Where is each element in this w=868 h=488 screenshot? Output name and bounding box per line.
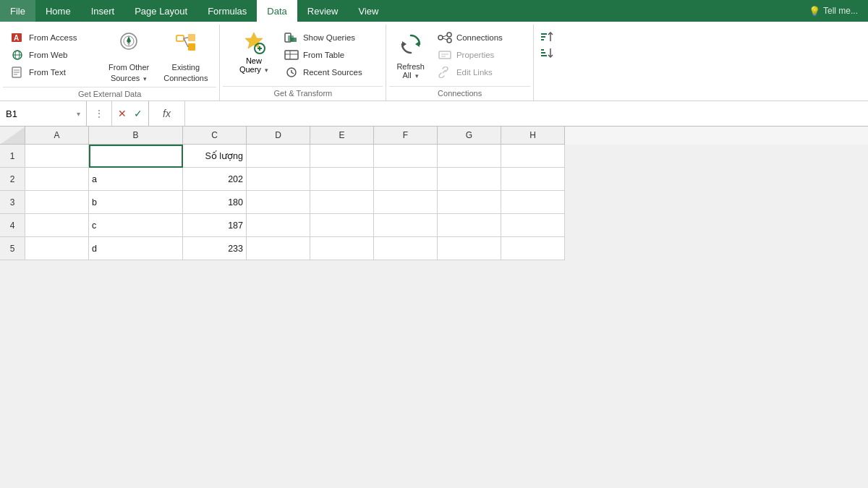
confirm-icon[interactable]: ✓: [134, 108, 142, 119]
fx-area[interactable]: fx: [149, 101, 185, 126]
menu-formulas[interactable]: Formulas: [197, 0, 257, 22]
cell-d2[interactable]: [247, 168, 310, 191]
recent-sources-button[interactable]: Recent Sources: [280, 64, 374, 80]
cell-h2[interactable]: [501, 168, 565, 191]
existing-connections-button[interactable]: ExistingConnections: [158, 29, 213, 85]
row-header-5[interactable]: 5: [0, 237, 25, 260]
cell-e3[interactable]: [310, 191, 374, 214]
table-row: 2 a 202: [0, 168, 868, 191]
menu-page-layout[interactable]: Page Layout: [124, 0, 197, 22]
cell-g3[interactable]: [438, 191, 501, 214]
cell-e2[interactable]: [310, 168, 374, 191]
cell-h5[interactable]: [501, 237, 565, 260]
cell-g1[interactable]: [438, 145, 501, 168]
cell-e5[interactable]: [310, 237, 374, 260]
cell-h1[interactable]: [501, 145, 565, 168]
sort-descending-button[interactable]: [538, 46, 556, 61]
cell-c5[interactable]: 233: [183, 237, 247, 260]
cell-f5[interactable]: [374, 237, 438, 260]
svg-marker-18: [245, 33, 263, 48]
get-external-data-label: Get External Data: [3, 87, 216, 101]
cell-c2[interactable]: 202: [183, 168, 247, 191]
cell-d4[interactable]: [247, 214, 310, 237]
formula-bar: B1 ▾ ⋮ ✕ ✓ fx: [0, 101, 868, 127]
formula-input[interactable]: [185, 101, 868, 126]
cell-h3[interactable]: [501, 191, 565, 214]
cell-b1[interactable]: [89, 145, 183, 168]
cell-f3[interactable]: [374, 191, 438, 214]
cancel-icon[interactable]: ✕: [118, 108, 127, 119]
col-header-e[interactable]: E: [310, 127, 374, 145]
menu-review[interactable]: Review: [297, 0, 349, 22]
properties-button[interactable]: Properties: [433, 47, 527, 63]
cell-f2[interactable]: [374, 168, 438, 191]
menu-view[interactable]: View: [348, 0, 388, 22]
spreadsheet: A B C D E F G H 1 Số lượng 2 a 202 3 b 1: [0, 127, 868, 260]
cell-b4[interactable]: c: [89, 214, 183, 237]
cell-b5[interactable]: d: [89, 237, 183, 260]
show-queries-icon: [284, 31, 299, 44]
cell-c1[interactable]: Số lượng: [183, 145, 247, 168]
col-header-h[interactable]: H: [501, 127, 565, 145]
new-query-button[interactable]: NewQuery ▾: [232, 29, 276, 76]
column-headers: A B C D E F G H: [0, 127, 868, 145]
cell-reference-value: B1: [6, 108, 17, 119]
cell-b2[interactable]: a: [89, 168, 183, 191]
existing-connections-icon: [174, 31, 198, 61]
col-header-c[interactable]: C: [183, 127, 247, 145]
row-header-2[interactable]: 2: [0, 168, 25, 191]
col-header-a[interactable]: A: [25, 127, 89, 145]
svg-marker-30: [402, 41, 407, 47]
row-header-1[interactable]: 1: [0, 145, 25, 168]
connections-button[interactable]: Connections: [433, 30, 527, 46]
sort-ascending-button[interactable]: [538, 30, 556, 45]
svg-rect-13: [176, 35, 184, 41]
from-table-button[interactable]: From Table: [280, 47, 374, 63]
svg-marker-48: [0, 127, 25, 145]
cell-f4[interactable]: [374, 214, 438, 237]
row-header-3[interactable]: 3: [0, 191, 25, 214]
cell-a5[interactable]: [25, 237, 89, 260]
show-queries-button[interactable]: Show Queries: [280, 30, 374, 46]
cell-d1[interactable]: [247, 145, 310, 168]
cell-c3[interactable]: 180: [183, 191, 247, 214]
from-access-button[interactable]: A From Access: [6, 30, 100, 46]
cell-d5[interactable]: [247, 237, 310, 260]
connections-group: RefreshAll ▾ Connections: [386, 25, 534, 100]
cell-a1[interactable]: [25, 145, 89, 168]
cell-g2[interactable]: [438, 168, 501, 191]
ribbon: A From Access From Web From Text: [0, 22, 868, 101]
cell-a2[interactable]: [25, 168, 89, 191]
cell-e4[interactable]: [310, 214, 374, 237]
cell-g5[interactable]: [438, 237, 501, 260]
tell-me-input[interactable]: 💡 Tell me...: [799, 0, 868, 22]
cell-g4[interactable]: [438, 214, 501, 237]
menu-data[interactable]: Data: [257, 0, 297, 22]
svg-point-31: [438, 35, 443, 40]
svg-rect-15: [188, 43, 195, 51]
refresh-all-button[interactable]: RefreshAll ▾: [392, 29, 429, 82]
row-header-4[interactable]: 4: [0, 214, 25, 237]
menu-home[interactable]: Home: [35, 0, 81, 22]
get-external-data-group: A From Access From Web From Text: [0, 25, 220, 100]
cell-a3[interactable]: [25, 191, 89, 214]
cell-c4[interactable]: 187: [183, 214, 247, 237]
from-text-button[interactable]: From Text: [6, 64, 100, 80]
col-header-f[interactable]: F: [374, 127, 438, 145]
cell-reference-box[interactable]: B1 ▾: [0, 101, 87, 126]
cell-a4[interactable]: [25, 214, 89, 237]
cell-b3[interactable]: b: [89, 191, 183, 214]
col-header-d[interactable]: D: [247, 127, 310, 145]
edit-links-button[interactable]: Edit Links: [433, 64, 527, 80]
col-header-b[interactable]: B: [89, 127, 183, 145]
col-header-g[interactable]: G: [438, 127, 501, 145]
table-row: 1 Số lượng: [0, 145, 868, 168]
from-other-sources-button[interactable]: From OtherSources ▾: [103, 29, 155, 85]
menu-insert[interactable]: Insert: [81, 0, 125, 22]
menu-file[interactable]: File: [0, 0, 35, 22]
from-web-button[interactable]: From Web: [6, 47, 100, 63]
cell-d3[interactable]: [247, 191, 310, 214]
cell-f1[interactable]: [374, 145, 438, 168]
cell-h4[interactable]: [501, 214, 565, 237]
cell-e1[interactable]: [310, 145, 374, 168]
